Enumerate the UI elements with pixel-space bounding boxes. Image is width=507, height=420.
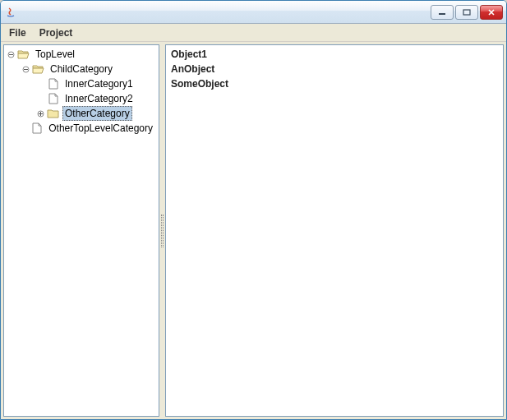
folder-icon bbox=[47, 108, 60, 119]
titlebar[interactable] bbox=[1, 1, 506, 24]
menubar: File Project bbox=[1, 24, 506, 42]
folder-open-icon bbox=[17, 48, 30, 60]
menu-project[interactable]: Project bbox=[33, 25, 80, 41]
app-window: File Project TopLevelChildCategoryInnerC… bbox=[0, 0, 507, 420]
list-panel[interactable]: Object1AnObjectSomeObject bbox=[165, 44, 504, 417]
toggle-spacer bbox=[37, 81, 44, 88]
content-area: TopLevelChildCategoryInnerCategory1Inner… bbox=[1, 42, 506, 419]
tree-node[interactable]: InnerCategory1 bbox=[4, 76, 159, 91]
collapse-icon[interactable] bbox=[22, 66, 30, 73]
file-icon bbox=[47, 93, 60, 104]
tree-node-label: OtherCategory bbox=[62, 106, 132, 121]
tree-node-label: InnerCategory2 bbox=[62, 91, 136, 106]
file-icon bbox=[30, 122, 44, 134]
tree-node-label: InnerCategory1 bbox=[62, 76, 136, 91]
tree-panel[interactable]: TopLevelChildCategoryInnerCategory1Inner… bbox=[3, 44, 159, 417]
tree-node[interactable]: TopLevel bbox=[4, 47, 159, 62]
tree-node-label: TopLevel bbox=[33, 47, 77, 62]
list-item[interactable]: SomeObject bbox=[169, 76, 500, 91]
toggle-spacer bbox=[21, 125, 28, 132]
folder-open-icon bbox=[32, 63, 45, 75]
minimize-button[interactable] bbox=[431, 5, 454, 20]
expand-icon[interactable] bbox=[37, 110, 44, 118]
java-icon bbox=[4, 6, 17, 19]
tree-node[interactable]: OtherCategory bbox=[4, 106, 159, 121]
collapse-icon[interactable] bbox=[7, 51, 15, 58]
tree-node[interactable]: OtherTopLevelCategory bbox=[4, 121, 159, 136]
file-icon bbox=[47, 78, 60, 90]
svg-rect-1 bbox=[463, 10, 470, 15]
maximize-button[interactable] bbox=[455, 5, 478, 20]
split-pane-divider[interactable] bbox=[159, 44, 165, 417]
tree-node-label: OtherTopLevelCategory bbox=[46, 121, 155, 136]
list-item[interactable]: Object1 bbox=[169, 47, 500, 62]
menu-file[interactable]: File bbox=[2, 25, 33, 41]
toggle-spacer bbox=[37, 95, 44, 103]
tree-node-label: ChildCategory bbox=[48, 62, 115, 76]
tree-node[interactable]: InnerCategory2 bbox=[4, 91, 159, 106]
close-button[interactable] bbox=[480, 5, 503, 20]
tree-node[interactable]: ChildCategory bbox=[4, 62, 159, 76]
list-item[interactable]: AnObject bbox=[169, 62, 500, 76]
